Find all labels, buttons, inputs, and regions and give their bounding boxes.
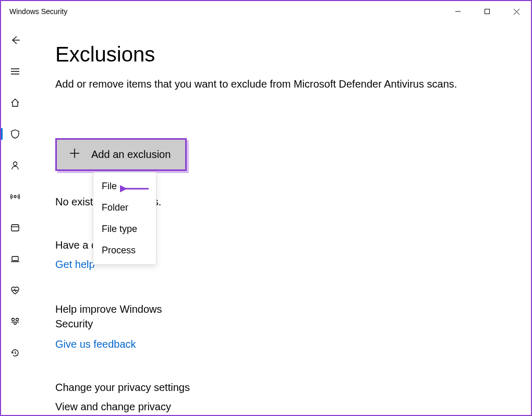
family-icon — [9, 316, 21, 327]
page-subtitle: Add or remove items that you want to exc… — [55, 77, 505, 91]
window-icon — [9, 222, 21, 234]
window-title: Windows Security — [9, 7, 67, 16]
svg-point-13 — [12, 319, 15, 321]
plus-icon — [68, 147, 81, 162]
close-button[interactable] — [502, 1, 531, 22]
privacy-subtext: View and change privacy — [55, 401, 505, 413]
sidebar-item-firewall[interactable] — [1, 189, 29, 204]
sidebar-item-protection-history[interactable] — [1, 345, 29, 361]
svg-point-15 — [14, 322, 17, 325]
maximize-button[interactable] — [473, 1, 502, 22]
sidebar-item-virus-protection[interactable] — [1, 126, 29, 142]
get-help-link[interactable]: Get help — [55, 259, 95, 271]
home-icon — [9, 97, 21, 108]
sidebar-item-app-control[interactable] — [1, 220, 29, 236]
sidebar-item-device-security[interactable] — [1, 251, 29, 267]
sidebar — [1, 22, 29, 415]
hamburger-icon — [9, 66, 21, 77]
exclusion-type-dropdown: File Folder File type Process — [93, 172, 156, 265]
person-icon — [9, 160, 21, 171]
sidebar-item-account-protection[interactable] — [1, 157, 29, 173]
svg-point-8 — [14, 162, 17, 166]
sidebar-item-device-performance[interactable] — [1, 283, 29, 298]
add-exclusion-button[interactable]: Add an exclusion — [55, 138, 187, 171]
network-icon — [9, 191, 21, 202]
page-title: Exclusions — [55, 43, 505, 66]
window-controls — [443, 1, 531, 22]
minimize-button[interactable] — [443, 1, 473, 22]
dropdown-item-filetype[interactable]: File type — [93, 218, 156, 240]
svg-point-9 — [14, 195, 16, 198]
laptop-icon — [9, 253, 21, 265]
add-exclusion-label: Add an exclusion — [91, 149, 171, 161]
history-icon — [9, 347, 21, 359]
sidebar-item-home[interactable] — [1, 95, 29, 111]
help-improve-heading: Help improve Windows Security — [55, 302, 191, 331]
dropdown-item-process[interactable]: Process — [93, 240, 156, 261]
back-button[interactable] — [1, 32, 29, 48]
svg-rect-10 — [11, 225, 19, 231]
svg-point-14 — [16, 319, 19, 321]
feedback-link[interactable]: Give us feedback — [55, 338, 136, 350]
shield-icon — [9, 128, 21, 140]
dropdown-item-file[interactable]: File — [93, 176, 156, 197]
dropdown-item-folder[interactable]: Folder — [93, 197, 156, 218]
sidebar-item-family-options[interactable] — [1, 314, 29, 329]
titlebar: Windows Security — [1, 1, 531, 22]
back-arrow-icon — [9, 34, 21, 46]
heart-rate-icon — [9, 285, 21, 296]
privacy-heading: Change your privacy settings — [55, 382, 505, 394]
svg-rect-12 — [12, 256, 18, 261]
svg-rect-1 — [485, 9, 490, 14]
menu-button[interactable] — [1, 64, 29, 79]
